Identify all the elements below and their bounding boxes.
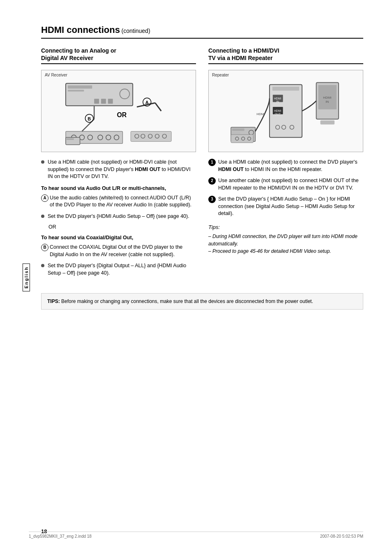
col-left: Connecting to an Analog orDigital AV Rec…	[41, 47, 196, 281]
tips-area: Tips: – During HDMI connection, the DVD …	[208, 224, 363, 255]
bullet-hdmi-text: Use a HDMI cable (not supplied) or HDMI-…	[48, 159, 196, 180]
bullet-hdmi-audio-setup: Set the DVD player's {HDMI Audio Setup –…	[41, 213, 196, 220]
step-2-number: 2	[208, 177, 216, 185]
tips-line2: – Proceed to page 45-46 for detailed HDM…	[208, 248, 331, 254]
right-section-title: Connecting to a HDMI/DVITV via a HDMI Re…	[208, 47, 363, 62]
two-col-layout: Connecting to an Analog orDigital AV Rec…	[41, 47, 363, 281]
step-2-text: Use another cable (not supplied) to conn…	[218, 177, 363, 192]
step-1-number: 1	[208, 159, 216, 166]
svg-text:OR: OR	[117, 111, 127, 118]
circle-a-label: A	[41, 194, 48, 202]
svg-rect-38	[272, 87, 299, 91]
svg-rect-6	[108, 99, 113, 104]
bullet-digital-output: Set the DVD player's {Digital Output – A…	[41, 262, 196, 277]
svg-text:B: B	[88, 116, 91, 121]
svg-rect-54	[231, 135, 253, 143]
tips-line1: – During HDMI connection, the DVD player…	[208, 234, 357, 247]
left-section-title: Connecting to an Analog orDigital AV Rec…	[41, 47, 196, 62]
svg-text:IN: IN	[325, 100, 329, 104]
svg-rect-15	[67, 139, 74, 140]
svg-rect-33	[232, 132, 240, 134]
bullet-audio-cables: A Use the audio cables (white/red) to co…	[41, 194, 196, 209]
right-section-header: Connecting to a HDMI/DVITV via a HDMI Re…	[208, 47, 363, 64]
step-3: 3 Set the DVD player's { HDMI Audio Setu…	[208, 196, 363, 217]
bullet-coaxial: B Connect the COAXIAL Digital Out of the…	[41, 244, 196, 258]
bullet-setup-text: Set the DVD player's {HDMI Audio Setup –…	[48, 213, 189, 220]
bullet-coaxial-text: Connect the COAXIAL Digital Out of the D…	[50, 244, 196, 258]
subheader-audio-out: To hear sound via Audio Out L/R or multi…	[41, 185, 196, 191]
right-steps-list: 1 Use a HDMI cable (not supplied) to con…	[208, 159, 363, 217]
svg-text:HDMI: HDMI	[323, 96, 331, 100]
svg-text:HDMI: HDMI	[274, 109, 281, 112]
bullet-digital-text: Set the DVD player's {Digital Output – A…	[48, 262, 196, 277]
svg-rect-4	[94, 99, 99, 104]
svg-rect-52	[321, 120, 335, 125]
av-diagram-svg: A B OR	[46, 74, 191, 148]
svg-text:A: A	[145, 100, 149, 105]
svg-text:HDMI: HDMI	[256, 112, 265, 116]
bullet-dot-1	[41, 160, 44, 164]
av-receiver-diagram: AV Receiver	[41, 70, 196, 152]
step-3-text: Set the DVD player's { HDMI Audio Setup …	[218, 196, 363, 217]
left-bullet-list: Use a HDMI cable (not supplied) or HDMI-…	[41, 159, 196, 180]
left-section-header: Connecting to an Analog orDigital AV Rec…	[41, 47, 196, 64]
coaxial-list: B Connect the COAXIAL Digital Out of the…	[41, 244, 196, 277]
col-right: Connecting to a HDMI/DVITV via a HDMI Re…	[208, 47, 363, 281]
tips-title: Tips:	[208, 224, 363, 230]
bullet-audio-text: Use the audio cables (white/red) to conn…	[50, 194, 196, 209]
tips-box-label: TIPS:	[47, 298, 60, 304]
page-container: English HDMI connections (continued) Con…	[0, 0, 392, 555]
diagram-repeater-label: Repeater	[212, 73, 229, 77]
footer: 1_dvp5982MKII_37_eng 2.indd 18 2007-08-2…	[29, 532, 363, 539]
diagram-av-label: AV Receiver	[45, 73, 67, 77]
repeater-diagram: Repeater HDMI IN	[208, 70, 363, 152]
tips-box-text: Before making or changing any connection…	[61, 298, 313, 304]
svg-rect-32	[232, 129, 244, 131]
svg-text:HDMI: HDMI	[274, 97, 281, 100]
circle-b-label: B	[41, 244, 48, 251]
footer-right: 2007-08-20 5:02:53 PM	[320, 534, 363, 539]
repeater-diagram-svg: HDMI IN HDMI OUT HDMI IN	[213, 74, 359, 148]
svg-rect-2	[68, 90, 84, 92]
tips-text: – During HDMI connection, the DVD player…	[208, 233, 363, 255]
page-title-continued: (continued)	[122, 28, 150, 34]
step-1: 1 Use a HDMI cable (not supplied) to con…	[208, 159, 363, 173]
audio-out-list: A Use the audio cables (white/red) to co…	[41, 194, 196, 220]
step-3-number: 3	[208, 196, 216, 203]
svg-text:OUT: OUT	[274, 113, 281, 116]
svg-rect-25	[131, 132, 171, 142]
footer-left: 1_dvp5982MKII_37_eng 2.indd 18	[29, 534, 92, 539]
step-2: 2 Use another cable (not supplied) to co…	[208, 177, 363, 192]
step-1-text: Use a HDMI cable (not supplied) to conne…	[218, 159, 363, 173]
page-title-area: HDMI connections (continued)	[41, 25, 363, 39]
bullet-hdmi-cable: Use a HDMI cable (not supplied) or HDMI-…	[41, 159, 196, 180]
tips-disclaimer-box: TIPS: Before making or changing any conn…	[41, 293, 363, 310]
or-separator: OR	[48, 224, 196, 230]
svg-line-17	[155, 103, 161, 111]
sidebar-english-label: English	[23, 264, 30, 291]
bullet-dot-2	[41, 215, 44, 218]
svg-rect-1	[68, 86, 92, 89]
subheader-coaxial: To hear sound via Coaxial/Digital Out,	[41, 235, 196, 240]
svg-text:IN: IN	[276, 101, 279, 104]
bullet-dot-3	[41, 264, 44, 267]
page-title: HDMI connections	[41, 25, 120, 35]
svg-rect-5	[101, 99, 106, 104]
